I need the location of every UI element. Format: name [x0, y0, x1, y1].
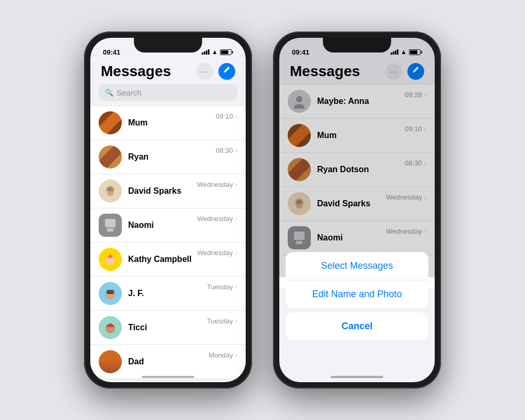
chevron-icon: ›: [235, 317, 237, 325]
avatar-hat2: [99, 316, 122, 339]
message-item[interactable]: Ryan08:30›: [90, 140, 246, 174]
status-time-1: 09:41: [103, 48, 120, 56]
phone-2: 09:41 ▲ Messages: [273, 32, 441, 388]
message-item[interactable]: DadMonday›: [90, 345, 246, 379]
message-time: Tuesday: [207, 317, 233, 325]
chevron-icon: ›: [235, 249, 237, 257]
bar3: [206, 50, 207, 55]
dots-button-2[interactable]: ···: [385, 63, 402, 80]
nav-title-1: Messages: [101, 63, 171, 80]
phone-1-screen: 09:41 ▲ Messages: [90, 38, 246, 382]
message-time: 09:28: [405, 91, 422, 99]
message-item[interactable]: NaomiWednesday›: [279, 221, 435, 255]
message-meta: Tuesday›: [207, 317, 237, 325]
search-bar-1[interactable]: 🔍 Search: [99, 84, 237, 101]
svg-point-7: [109, 253, 111, 255]
chevron-icon: ›: [424, 159, 426, 167]
avatar-glasses: [99, 180, 122, 203]
action-cancel-group: Cancel: [286, 312, 428, 340]
message-time: Monday: [208, 351, 233, 359]
svg-point-13: [296, 96, 302, 102]
chevron-icon: ›: [424, 91, 426, 99]
compose-button-1[interactable]: [218, 63, 235, 80]
message-item[interactable]: David SparksWednesday›: [279, 187, 435, 221]
edit-name-photo-button[interactable]: Edit Name and Photo: [286, 280, 428, 308]
bar2: [204, 51, 205, 55]
avatar-pixel2: [99, 145, 122, 169]
message-item[interactable]: Mum09:10›: [90, 106, 246, 140]
battery-tip-2: [421, 51, 422, 54]
message-meta: 09:10›: [405, 125, 426, 133]
message-time: 08:30: [216, 146, 233, 154]
message-meta: Wednesday›: [386, 193, 426, 201]
chevron-icon: ›: [424, 193, 426, 201]
message-time: 09:10: [216, 112, 233, 120]
message-item[interactable]: Kathy CampbellWednesday›: [90, 243, 246, 277]
bar4-p2: [397, 49, 398, 55]
message-item[interactable]: Mum09:10›: [279, 119, 435, 153]
avatar-pixel: [99, 111, 122, 134]
chevron-icon: ›: [424, 125, 426, 133]
avatar-party: [99, 248, 122, 271]
chevron-icon: ›: [235, 112, 237, 120]
message-item[interactable]: J. F.Tuesday›: [90, 277, 246, 311]
action-sheet-overlay: Select Messages Edit Name and Photo Canc…: [279, 252, 435, 382]
search-placeholder-1: Search: [117, 88, 142, 97]
message-time: 09:10: [405, 125, 422, 133]
message-time: Tuesday: [207, 283, 233, 291]
bar1-p2: [391, 52, 392, 55]
svg-point-17: [296, 205, 302, 208]
avatar-hat: [99, 282, 122, 305]
svg-rect-5: [107, 228, 113, 232]
message-item[interactable]: Maybe: Anna09:28›: [279, 84, 435, 119]
message-meta: 08:30›: [216, 146, 237, 154]
chevron-icon: ›: [235, 283, 237, 291]
home-indicator-1: [142, 376, 194, 378]
message-meta: 09:10›: [216, 112, 237, 120]
avatar-glasses: [288, 192, 311, 215]
search-icon-1: 🔍: [105, 89, 113, 97]
avatar-pixel2: [288, 158, 311, 181]
compose-button-2[interactable]: [407, 63, 424, 80]
status-icons-1: ▲: [202, 48, 233, 56]
message-item[interactable]: Ryan Dotson08:30›: [279, 153, 435, 187]
avatar-gray-square: [288, 226, 311, 249]
cancel-button[interactable]: Cancel: [286, 312, 428, 340]
message-list-1: Mum09:10›Ryan08:30›David SparksWednesday…: [90, 106, 246, 379]
svg-point-2: [107, 193, 113, 196]
compose-icon-2: [412, 67, 420, 77]
nav-title-2: Messages: [290, 63, 360, 80]
notch-2: [323, 38, 391, 52]
chevron-icon: ›: [235, 181, 237, 188]
wifi-icon-2: ▲: [401, 48, 407, 56]
message-meta: Wednesday›: [386, 227, 426, 235]
message-meta: Monday›: [208, 351, 237, 359]
svg-rect-12: [106, 326, 114, 327]
chevron-icon: ›: [424, 227, 426, 235]
action-sheet: Select Messages Edit Name and Photo Canc…: [279, 252, 435, 382]
select-messages-button[interactable]: Select Messages: [286, 252, 428, 280]
message-meta: Wednesday›: [197, 215, 237, 223]
avatar-pixel: [288, 124, 311, 147]
signal-bars-2: [391, 49, 398, 55]
bar2-p2: [393, 51, 394, 55]
avatar-gray-person: [288, 90, 311, 113]
chevron-icon: ›: [235, 215, 237, 223]
chevron-icon: ›: [235, 146, 237, 154]
wifi-icon-1: ▲: [212, 48, 218, 56]
nav-bar-2: Messages ···: [279, 61, 435, 84]
svg-rect-20: [296, 241, 302, 244]
nav-actions-2: ···: [385, 63, 424, 80]
dots-icon-1: ···: [201, 67, 209, 76]
dots-button-1[interactable]: ···: [196, 63, 213, 80]
message-time: Wednesday: [197, 181, 233, 188]
signal-bars-1: [202, 49, 209, 55]
avatar-gray-square: [99, 214, 122, 237]
avatar-brown: [99, 350, 122, 373]
message-item[interactable]: NaomiWednesday›: [90, 208, 246, 243]
message-item[interactable]: David SparksWednesday›: [90, 174, 246, 208]
dots-icon-2: ···: [390, 67, 398, 76]
message-item[interactable]: TicciTuesday›: [90, 311, 246, 345]
chevron-icon: ›: [235, 351, 237, 359]
battery-fill-2: [410, 50, 417, 54]
